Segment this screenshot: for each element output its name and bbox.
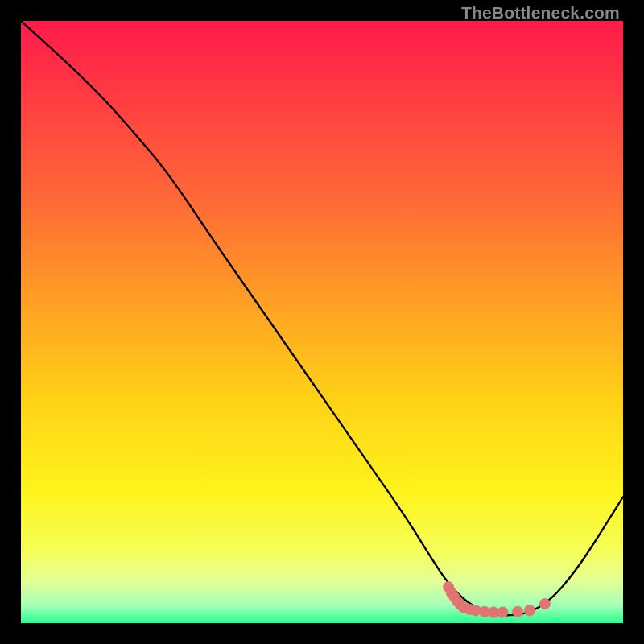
curve-marker — [524, 605, 535, 616]
curve-marker — [512, 606, 522, 617]
gradient-rect — [21, 21, 623, 623]
watermark-text: TheBottleneck.com — [461, 3, 620, 23]
curve-marker — [539, 598, 550, 609]
curve-marker — [497, 607, 508, 617]
chart-svg — [21, 21, 623, 623]
chart-frame — [21, 21, 623, 623]
